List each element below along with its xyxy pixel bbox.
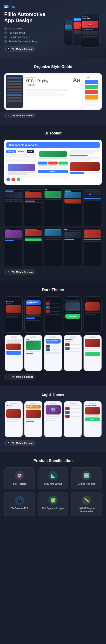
dark-theme-title: Dark Theme — [4, 288, 102, 292]
sg-sidebar-item-4 — [7, 89, 22, 90]
l-list-4 — [65, 343, 80, 346]
lt-notch-4 — [69, 403, 76, 404]
dark-phone-1: Welcome, John Doe — [5, 296, 23, 333]
l-btn-1[interactable] — [6, 351, 21, 354]
style-guide-preview: Typography SF Pro Display Heading 1 Aa C… — [4, 73, 102, 110]
tk-full-btn[interactable]: Button Kit — [38, 170, 68, 173]
tk-input-1[interactable] — [6, 154, 36, 158]
l-time: 12:00 — [26, 338, 29, 340]
tk-avatar-3 — [16, 178, 20, 181]
feature-list: ✓ 77+ Screens ✓ Full Auto-layout ✓ Light… — [4, 27, 55, 43]
toolkit-section: UI Toolkit Components & Variants Primary… — [0, 125, 106, 281]
mp-bar-14 — [45, 239, 61, 240]
tk-input-2[interactable] — [6, 159, 36, 162]
svg-rect-0 — [5, 6, 8, 6]
mp-car-10 — [84, 230, 101, 235]
spec-icon-3: 🔤 — [82, 471, 91, 480]
mp-bar-6 — [64, 203, 81, 204]
tk-secondary-btn[interactable]: Default — [17, 150, 26, 153]
feature-item-4: ✓ Editable Component Library — [4, 40, 55, 43]
tk-badge-2 — [85, 172, 100, 174]
color-swatch-1 — [85, 80, 98, 84]
phone-main: Welcome, John Doe Vehicle Services — [81, 14, 100, 48]
mp-bar-13 — [45, 237, 61, 238]
tk-input-3[interactable] — [38, 165, 68, 169]
mp-ready-bar — [64, 239, 75, 240]
tk-card-img-1 — [8, 164, 35, 171]
lt-btn-text: Book — [91, 418, 94, 420]
phone-mockup-group: 20% DISCOUNT Welcome, John Doe Vehicle S… — [59, 11, 102, 50]
tk-right-row-4 — [70, 157, 100, 159]
dark-sub-1: John Doe — [6, 302, 21, 304]
keyboard-1 — [5, 199, 22, 202]
feature-item-3: ✓ Light & Dark Theme — [4, 36, 55, 38]
color-meta-1 — [85, 100, 98, 103]
mp-pink-2 — [25, 229, 37, 230]
spec-icon-4: 📱 — [15, 496, 24, 505]
main-title: Filllo Automotive App Design — [4, 11, 55, 24]
sg-inner: Typography SF Pro Display Heading 1 Aa C… — [6, 75, 100, 108]
check-icon-1: ✓ — [4, 27, 7, 30]
tk-color-row — [38, 162, 68, 164]
figma-icon-sg: F — [7, 114, 10, 117]
dark-line-2 — [51, 307, 61, 308]
tk-avatar-2 — [11, 178, 15, 181]
notch-3 — [50, 298, 56, 299]
mp-bar-9 — [84, 200, 101, 200]
figma-icon-dark: F — [7, 375, 10, 378]
light-theme-title: Light Theme — [4, 392, 102, 397]
lt-notch-1 — [10, 403, 17, 404]
tk-color-2 — [48, 162, 58, 164]
figma-f-tk: F — [8, 271, 9, 273]
dark-phones-row-1: Welcome, John Doe 20% DISCOUNT Special O… — [4, 296, 102, 333]
l-bar-1 — [6, 342, 21, 343]
notch-4 — [69, 298, 76, 299]
mini-phone-2: Welcome, — [24, 188, 42, 226]
ltheme-phone-1: Welcome, Good Morning! — [5, 401, 23, 437]
dark-theme-section: Dark Theme Welcome, John Doe 20% DISCOUN… — [0, 281, 106, 386]
tk-primary-btn[interactable]: Primary — [6, 150, 16, 153]
lt-bar-3 — [26, 419, 41, 420]
l-green-btn[interactable] — [85, 352, 100, 356]
lt-sub-1: Good Morning! — [6, 407, 21, 408]
dark-phones-row-2: 12:00 PM 20% DISCOUNT Limited Offer — [4, 335, 102, 371]
mp-bar-4 — [25, 202, 42, 203]
lt-green-btn[interactable]: Book — [85, 418, 100, 421]
l-welcome-4: Welcome, — [65, 338, 80, 340]
l-line-2 — [51, 350, 61, 350]
toolkit-phones-grid-2: Car Parts Ready? — [4, 228, 102, 266]
dark-phone-4: Book Now — [64, 296, 82, 333]
mp-car-7 — [25, 230, 42, 236]
lt-discount-text: 20% DISCOUNT — [27, 406, 40, 408]
mp-green-bar — [64, 190, 71, 192]
sg-sidebar-item-6 — [7, 94, 22, 96]
spec-section: Product Specification 🎯 Pixel Perfect 📐 … — [0, 452, 106, 525]
mp-bar-5 — [64, 189, 81, 190]
mini-phone-4 — [64, 188, 82, 226]
figma-icon: F — [7, 47, 10, 51]
figma-icon-light: F — [7, 441, 10, 445]
check-icon-3: ✓ — [4, 36, 7, 38]
dark-phone-5: 100% — [84, 296, 102, 333]
lt-notch-2 — [30, 403, 37, 404]
tk-color-1 — [38, 162, 47, 164]
header-left: Filllo Automotive App Design ✓ 77+ Scree… — [4, 11, 55, 52]
l-map — [26, 340, 41, 350]
mini-phone-10 — [83, 228, 102, 266]
lt-list-1 — [65, 407, 80, 410]
header-right: 20% DISCOUNT Welcome, John Doe Vehicle S… — [59, 11, 102, 52]
tk-toggle[interactable] — [38, 174, 68, 178]
tk-right-row-5 — [70, 160, 91, 161]
lt-list-2 — [65, 411, 80, 414]
spec-label-1: Pixel Perfect — [7, 482, 32, 485]
mp-parts-img — [5, 230, 22, 238]
notch-1 — [10, 298, 17, 299]
dark-bar-5 — [46, 314, 61, 315]
sg-sidebar-item-1 — [7, 80, 22, 82]
l-sub-4: John Doe — [65, 341, 80, 342]
dark-green-btn[interactable]: Book Now — [65, 314, 80, 318]
mp-accent-bar-cal — [84, 198, 101, 199]
l-accent-bar — [26, 353, 34, 354]
tk-dark-btn[interactable]: Dark — [27, 150, 34, 153]
ltheme-phone-5: Vehicle Services Book — [84, 401, 102, 437]
